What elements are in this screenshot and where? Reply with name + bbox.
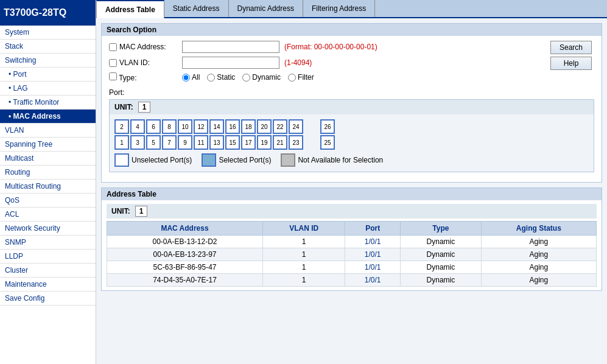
options-inner: MAC Address: (Format: 00-00-00-00-00-01)… — [109, 41, 594, 86]
port-btn-22[interactable]: 22 — [273, 119, 287, 134]
port-btn-11[interactable]: 11 — [194, 135, 208, 150]
sidebar-item-vlan[interactable]: VLAN — [0, 124, 96, 138]
port-btn-7[interactable]: 7 — [162, 135, 177, 150]
table-row: 74-D4-35-A0-7E-1711/0/1DynamicAging — [107, 274, 597, 287]
type-cell: Dynamic — [401, 274, 481, 287]
options-wrapper: MAC Address: (Format: 00-00-00-00-00-01)… — [109, 41, 594, 172]
sidebar-item-qos[interactable]: QoS — [0, 194, 96, 208]
port-btn-16[interactable]: 16 — [225, 119, 240, 134]
tab-bar: Address TableStatic AddressDynamic Addre… — [96, 0, 607, 18]
sidebar-item-port[interactable]: • Port — [0, 68, 96, 82]
port-btn-14[interactable]: 14 — [209, 119, 224, 134]
port-btn-26[interactable]: 26 — [320, 119, 335, 134]
mac-cell: 00-0A-EB-13-23-97 — [107, 248, 263, 261]
sidebar-item-system[interactable]: System — [0, 26, 96, 40]
type-all-radio[interactable] — [182, 74, 190, 82]
ports-container: 2468101214161820222426135791113151719212… — [110, 117, 594, 172]
sidebar-item-lldp[interactable]: LLDP — [0, 250, 96, 264]
search-option-body: MAC Address: (Format: 00-00-00-00-00-01)… — [102, 36, 602, 182]
sidebar-item-acl[interactable]: ACL — [0, 208, 96, 222]
port-btn-2[interactable]: 2 — [114, 119, 129, 134]
sidebar-item-routing[interactable]: Routing — [0, 166, 96, 180]
port-btn-20[interactable]: 20 — [257, 119, 272, 134]
type-checkbox[interactable] — [109, 72, 117, 80]
unit-label: UNIT: — [114, 103, 133, 111]
mac-cell: 5C-63-BF-86-95-47 — [107, 261, 263, 274]
tab-address-table[interactable]: Address Table — [96, 0, 164, 18]
vlan-id-label: VLAN ID: — [109, 58, 182, 67]
port-btn-24[interactable]: 24 — [289, 119, 303, 134]
port-cell: 1/0/1 — [345, 248, 401, 261]
sidebar-item-lag[interactable]: • LAG — [0, 82, 96, 96]
sidebar-item-multicast[interactable]: Multicast — [0, 152, 96, 166]
port-btn-5[interactable]: 5 — [146, 135, 161, 150]
tab-dynamic-address[interactable]: Dynamic Address — [229, 0, 303, 17]
addr-unit-value: 1 — [135, 206, 148, 217]
search-button[interactable]: Search — [550, 41, 592, 54]
port-btn-6[interactable]: 6 — [146, 119, 161, 134]
vlan-id-checkbox[interactable] — [109, 59, 117, 67]
port-panel: UNIT: 1 24681012141618202224261357911131… — [109, 99, 594, 172]
port-cell: 1/0/1 — [345, 274, 401, 287]
sidebar-item-switching[interactable]: Switching — [0, 54, 96, 68]
table-row: 00-0A-EB-13-23-9711/0/1DynamicAging — [107, 248, 597, 261]
nav-list: SystemStackSwitching• Port• LAG• Traffic… — [0, 26, 96, 306]
tab-filtering-address[interactable]: Filtering Address — [303, 0, 375, 17]
port-btn-17[interactable]: 17 — [241, 135, 256, 150]
tab-static-address[interactable]: Static Address — [164, 0, 229, 17]
help-button[interactable]: Help — [550, 57, 592, 70]
legend-selected: Selected Port(s) — [202, 153, 271, 167]
col-mac-address: MAC Address — [107, 222, 263, 236]
port-btn-18[interactable]: 18 — [241, 119, 256, 134]
sidebar-item-maintenance[interactable]: Maintenance — [0, 278, 96, 292]
aging-cell: Aging — [481, 236, 596, 248]
address-table-header: Address Table — [102, 188, 602, 200]
type-dynamic-radio[interactable] — [242, 74, 250, 82]
port-section: Port: UNIT: 1 24681012141618202224261357… — [109, 88, 594, 172]
vlan-cell: 1 — [263, 274, 345, 287]
type-cell: Dynamic — [401, 261, 481, 274]
vlan-id-hint: (1-4094) — [284, 58, 312, 67]
type-row: Type: All Static — [109, 72, 550, 82]
table-head: MAC AddressVLAN IDPortTypeAging Status — [107, 222, 597, 236]
port-btn-9[interactable]: 9 — [178, 135, 192, 150]
port-btn-13[interactable]: 13 — [209, 135, 224, 150]
brand-logo: T3700G-28TQ — [0, 0, 96, 26]
port-btn-1[interactable]: 1 — [114, 135, 129, 150]
port-btn-15[interactable]: 15 — [225, 135, 240, 150]
vlan-cell: 1 — [263, 248, 345, 261]
sidebar-item-cluster[interactable]: Cluster — [0, 264, 96, 278]
vlan-id-input[interactable] — [182, 57, 279, 69]
sidebar-item-multicast-routing[interactable]: Multicast Routing — [0, 180, 96, 194]
type-dynamic-label: Dynamic — [242, 73, 281, 82]
port-btn-10[interactable]: 10 — [178, 119, 192, 134]
port-btn-21[interactable]: 21 — [273, 135, 287, 150]
sidebar-item-stack[interactable]: Stack — [0, 40, 96, 54]
sidebar-item-network-security[interactable]: Network Security — [0, 222, 96, 236]
sidebar-item-save-config[interactable]: Save Config — [0, 292, 96, 306]
legend: Unselected Port(s) Selected Port(s) Not … — [114, 153, 589, 167]
legend-na-box — [281, 153, 295, 167]
port-btn-25[interactable]: 25 — [320, 135, 335, 150]
type-static-radio[interactable] — [207, 74, 215, 82]
type-all-label: All — [182, 73, 200, 82]
port-btn-3[interactable]: 3 — [130, 135, 145, 150]
sidebar-item-snmp[interactable]: SNMP — [0, 236, 96, 250]
port-btn-12[interactable]: 12 — [194, 119, 208, 134]
sidebar-item-spanning-tree[interactable]: Spanning Tree — [0, 138, 96, 152]
port-btn-4[interactable]: 4 — [130, 119, 145, 134]
sidebar-item-mac-address[interactable]: • MAC Address — [0, 110, 96, 124]
vlan-cell: 1 — [263, 236, 345, 248]
search-option-header: Search Option — [102, 24, 602, 36]
search-btn-area: Search Help — [550, 41, 594, 70]
port-btn-23[interactable]: 23 — [289, 135, 303, 150]
mac-address-input[interactable] — [182, 41, 279, 53]
port-btn-8[interactable]: 8 — [162, 119, 177, 134]
type-filter-radio[interactable] — [288, 74, 296, 82]
mac-address-checkbox[interactable] — [109, 43, 117, 51]
sidebar-item-traffic-monitor[interactable]: • Traffic Monitor — [0, 96, 96, 110]
port-cell: 1/0/1 — [345, 236, 401, 248]
mac-address-label: MAC Address: — [109, 43, 182, 51]
ports-grid: 2468101214161820222426135791113151719212… — [114, 119, 589, 150]
port-btn-19[interactable]: 19 — [257, 135, 272, 150]
